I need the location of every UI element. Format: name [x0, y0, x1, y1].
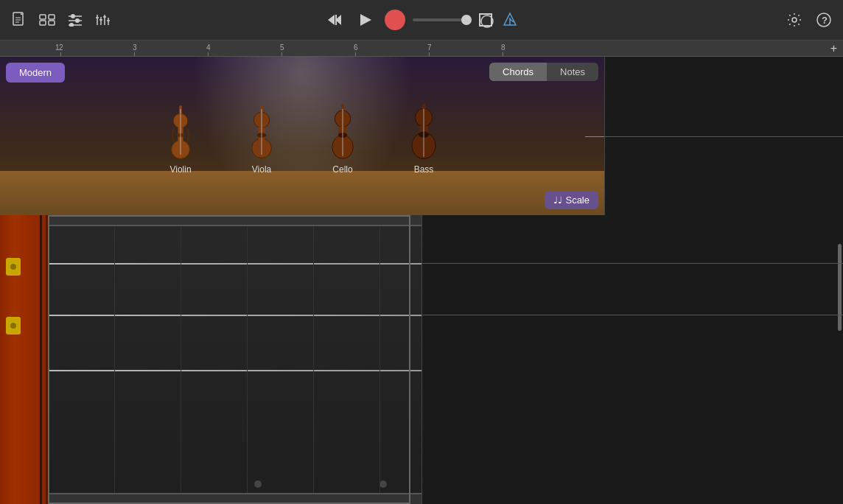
play-button[interactable]	[354, 8, 377, 32]
scale-icon: ♩♩	[553, 195, 562, 206]
bass-fretboard	[0, 215, 422, 504]
fret-line-2	[181, 226, 181, 493]
ruler-mark-2: 2	[59, 43, 63, 56]
svg-marker-22	[328, 15, 335, 25]
toolbar-right: ?	[784, 10, 834, 30]
scale-button[interactable]: ♩♩ Scale	[545, 191, 598, 209]
fret-lines	[48, 215, 422, 504]
transport-controls	[323, 8, 520, 32]
ruler-mark-8: 8	[501, 43, 506, 56]
tuning-peg-1[interactable]	[6, 258, 21, 276]
instrument-bass[interactable]: Bass	[405, 102, 442, 175]
tuning-peg-2[interactable]	[6, 317, 21, 335]
fret-line-4	[313, 226, 314, 493]
add-track-button[interactable]: +	[830, 42, 837, 55]
instrument-viola[interactable]: Viola	[243, 102, 280, 175]
svg-rect-6	[40, 21, 46, 25]
settings-icon[interactable]	[784, 10, 805, 30]
timeline-ruler: 1 2 3 4 5 6 7 8 +	[0, 41, 843, 57]
right-panel-top	[604, 57, 843, 215]
right-panel-divider	[605, 136, 843, 137]
svg-rect-4	[40, 15, 46, 19]
neck-edge	[40, 215, 42, 504]
layout-icon[interactable]	[37, 10, 57, 30]
instruments-row: Violin Viola	[0, 102, 604, 175]
instrument-violin[interactable]: Violin	[162, 102, 199, 175]
instrument-cello[interactable]: Cello	[324, 102, 361, 175]
fretboard-body	[48, 215, 422, 504]
fret-line-5	[379, 226, 380, 493]
right-panel-line-2	[422, 315, 844, 315]
svg-point-26	[481, 15, 493, 27]
fret-line-3	[247, 226, 248, 493]
instrument-selector: Modern Chords Notes	[0, 57, 604, 215]
main-content: Modern Chords Notes	[0, 57, 843, 504]
right-panel-bottom	[422, 215, 844, 504]
guitar-neck	[0, 215, 48, 504]
right-panel-line-1	[422, 263, 844, 264]
modern-style-button[interactable]: Modern	[6, 63, 65, 83]
ruler-mark-7: 7	[427, 43, 432, 56]
new-document-icon[interactable]	[9, 10, 29, 30]
ruler-mark-5: 5	[280, 43, 284, 56]
svg-text:?: ?	[822, 15, 828, 26]
viola-label: Viola	[252, 164, 271, 175]
chord-notes-toggle: Chords Notes	[489, 63, 598, 81]
svg-point-13	[69, 23, 74, 27]
ruler-marks: 2 3 4 5 6 7 8	[59, 41, 843, 56]
bass-label: Bass	[414, 164, 434, 175]
svg-rect-7	[49, 21, 55, 25]
ruler-mark-3: 3	[133, 43, 137, 56]
svg-point-30	[792, 18, 797, 22]
svg-point-11	[75, 18, 80, 23]
svg-point-9	[71, 14, 75, 18]
metronome-icon[interactable]	[500, 10, 520, 30]
toolbar: ?	[0, 0, 843, 41]
fret-line-1	[114, 226, 115, 493]
mixer-icon[interactable]	[65, 10, 85, 30]
ruler-mark-4: 4	[206, 43, 211, 56]
notes-toggle-button[interactable]: Notes	[547, 63, 598, 81]
violin-label: Violin	[169, 164, 191, 175]
fretboard-area	[0, 215, 843, 504]
ruler-mark-6: 6	[354, 43, 358, 56]
help-icon[interactable]: ?	[814, 10, 834, 30]
svg-marker-25	[360, 14, 371, 26]
cello-label: Cello	[332, 164, 352, 175]
svg-rect-5	[49, 15, 55, 19]
volume-slider[interactable]	[413, 18, 472, 21]
record-button[interactable]	[385, 10, 405, 30]
scroll-indicator[interactable]	[838, 244, 842, 331]
rewind-button[interactable]	[323, 8, 346, 32]
volume-knob[interactable]	[479, 13, 492, 27]
chords-toggle-button[interactable]: Chords	[489, 63, 547, 81]
eq-icon[interactable]	[93, 10, 113, 30]
right-handle-line	[585, 136, 604, 137]
